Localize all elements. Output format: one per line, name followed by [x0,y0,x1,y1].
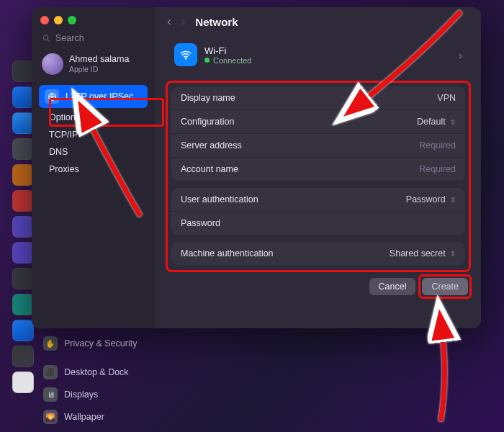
sidebar-item-label: L2TP over IPSec [66,91,133,102]
close-icon[interactable] [40,16,49,24]
profile-name: Ahmed salama [69,55,129,65]
apple-id-profile[interactable]: Ahmed salama Apple ID [39,50,152,78]
updown-icon: ⇳ [450,196,456,204]
machine-auth-popup[interactable]: Shared secret⇳ [390,248,456,258]
sidebar-item-options[interactable]: Options [43,109,148,126]
user-auth-popup[interactable]: Password⇳ [406,194,456,204]
display-name-value[interactable]: VPN [437,93,456,103]
svg-point-0 [43,35,48,40]
row-password[interactable]: Password [171,211,465,235]
annotation-highlight-form: Display name VPN Configuration Default⇳ … [166,81,471,272]
row-server-address[interactable]: Server address Required [171,133,465,157]
sidebar-item-dns[interactable]: DNS [43,143,148,161]
hand-icon: ✋ [43,336,58,351]
cancel-button[interactable]: Cancel [369,278,416,295]
updown-icon: ⇳ [450,118,456,126]
window-controls[interactable] [39,14,152,32]
back-button[interactable]: ‹ [167,14,171,29]
wifi-row[interactable]: Wi-Fi Connected › [166,37,471,72]
content-header: ‹ › Network [156,7,481,36]
account-name-input[interactable]: Required [419,164,456,174]
search-placeholder: Search [55,33,84,43]
display-icon: 🖥 [43,387,58,402]
create-button[interactable]: Create [422,278,468,295]
row-account-name[interactable]: Account name Required [171,157,465,181]
wifi-status: Connected [204,56,251,65]
zoom-icon[interactable] [68,16,76,24]
forward-button: › [181,14,186,29]
row-configuration[interactable]: Configuration Default⇳ [171,109,465,133]
minimize-icon[interactable] [54,16,63,24]
row-user-auth[interactable]: User authentication Password⇳ [171,188,465,211]
form-group-1: Display name VPN Configuration Default⇳ … [171,86,465,181]
sidebar-item-l2tp[interactable]: L2TP over IPSec [39,85,148,108]
configuration-popup[interactable]: Default⇳ [417,117,456,127]
form-footer: Cancel Create [156,272,481,295]
search-icon [42,34,51,43]
form-group-3: Machine authentication Shared secret⇳ [171,242,465,265]
search-input[interactable]: Search [39,32,152,50]
chevron-right-icon: › [459,49,462,61]
system-settings-window: Search Ahmed salama Apple ID L2TP over I… [32,7,481,328]
annotation-arrow-create [419,328,469,431]
photo-icon: 🌄 [43,410,58,424]
updown-icon: ⇳ [450,250,456,258]
wifi-icon [174,43,197,66]
sidebar-item-proxies[interactable]: Proxies [43,161,148,178]
form-group-2: User authentication Password⇳ Password [171,188,465,235]
status-dot-icon [204,58,210,63]
background-sidebar-continuation: ✋Privacy & Security ⬛Desktop & Dock 🖥Dis… [32,328,166,432]
profile-sub: Apple ID [69,65,129,73]
sidebar-item-displays[interactable]: 🖥Displays [39,384,158,405]
content-pane: ‹ › Network Wi-Fi Connected › Display na… [156,7,481,328]
sidebar-item-wallpaper[interactable]: 🌄Wallpaper [39,406,158,428]
sidebar-list: L2TP over IPSec Options TCP/IP DNS Proxi… [39,85,152,178]
annotation-highlight-create: Create [422,278,468,295]
wifi-title: Wi-Fi [204,45,251,56]
desktop-icon: ⬛ [43,365,58,379]
sidebar-item-privacy[interactable]: ✋Privacy & Security [39,333,158,354]
svg-line-1 [48,40,50,42]
sidebar: Search Ahmed salama Apple ID L2TP over I… [32,7,156,328]
globe-icon [45,89,59,104]
page-title: Network [195,16,238,28]
svg-point-3 [185,58,186,59]
avatar [42,53,63,75]
server-address-input[interactable]: Required [419,140,456,150]
row-display-name[interactable]: Display name VPN [171,86,465,109]
sidebar-item-tcpip[interactable]: TCP/IP [43,126,148,143]
row-machine-auth[interactable]: Machine authentication Shared secret⇳ [171,242,465,265]
sidebar-item-desktop[interactable]: ⬛Desktop & Dock [39,361,158,383]
